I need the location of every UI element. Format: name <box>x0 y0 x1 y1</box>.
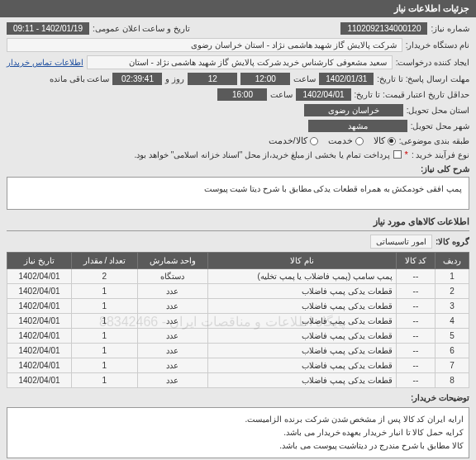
announce-label: تاریخ و ساعت اعلان عمومی: <box>93 24 190 33</box>
hour-label-2: ساعت <box>270 90 293 99</box>
cell-code: -- <box>396 358 435 373</box>
cell-unit: عدد <box>137 314 208 329</box>
cell-qty: 1 <box>72 373 138 388</box>
radio-service-label: خدمت <box>328 135 353 146</box>
validity-date: 1402/04/01 <box>296 88 350 101</box>
details-panel: شماره نیاز: 1102092134000120 تاریخ و ساع… <box>0 17 476 460</box>
days-value: 12 <box>188 73 237 85</box>
remain-time: 02:39:41 <box>112 73 162 85</box>
cell-row: 3 <box>436 299 469 314</box>
cell-code: -- <box>396 284 435 299</box>
th-date: تاریخ نیاز <box>7 253 72 269</box>
table-row: 8--قطعات یدکی پمپ فاضلابعدد11402/04/01 <box>7 373 469 388</box>
cell-date: 1402/04/01 <box>7 314 72 329</box>
items-table: ردیف کد کالا نام کالا واحد شمارش تعداد /… <box>7 252 469 388</box>
buyer-desc-line: کرایه حمل کالا تا انبار خریدار بعهده خری… <box>12 426 464 439</box>
required-star: * <box>405 149 408 159</box>
cell-qty: 1 <box>72 344 138 358</box>
th-name: نام کالا <box>208 253 397 269</box>
cell-qty: 1 <box>72 358 138 373</box>
cell-unit: عدد <box>137 284 208 299</box>
remain-label: ساعت باقی مانده <box>50 74 110 83</box>
cell-date: 1402/04/01 <box>7 358 72 373</box>
cell-unit: عدد <box>137 358 208 373</box>
th-unit: واحد شمارش <box>137 253 208 269</box>
table-row: 7--قطعات یدکی پمپ فاضلابعدد11402/04/01 <box>7 358 469 373</box>
province-label: استان محل تحویل: <box>407 106 469 115</box>
deadline-date: 1402/01/31 <box>319 73 374 85</box>
cell-date: 1402/04/01 <box>7 269 72 284</box>
cell-unit: عدد <box>137 344 208 358</box>
cell-unit: عدد <box>137 329 208 344</box>
buyer-desc-line: ارایه ایران کد کالا پس از مشخص شدن شرکت … <box>12 413 464 426</box>
cell-row: 7 <box>436 358 469 373</box>
radio-icon <box>310 137 318 145</box>
cell-code: -- <box>396 269 435 284</box>
hour-label-1: ساعت <box>293 74 316 83</box>
buyer-org-value: شرکت پالایش گاز شهید هاشمی نژاد - استان … <box>7 38 402 52</box>
th-code: کد کالا <box>396 253 435 269</box>
cell-date: 1402/04/01 <box>7 299 72 314</box>
city-label: شهر محل تحویل: <box>411 121 469 130</box>
cell-qty: 1 <box>72 284 138 299</box>
table-row: 5--قطعات یدکی پمپ فاضلابعدد11402/04/01 <box>7 329 469 344</box>
purchase-type-note: پرداخت تمام یا بخشی از مبلغ خرید،از محل … <box>134 150 389 159</box>
table-row: 4--قطعات یدکی پمپ فاضلابعدد11402/04/01 <box>7 314 469 329</box>
cell-date: 1402/04/01 <box>7 284 72 299</box>
header-title: جزئیات اطلاعات نیاز <box>394 3 469 13</box>
cell-unit: دستگاه <box>137 269 208 284</box>
category-label: طبقه بندی موضوعی: <box>399 136 469 145</box>
table-row: 2--قطعات یدکی پمپ فاضلابعدد11402/04/01 <box>7 284 469 299</box>
radio-service[interactable]: خدمت <box>328 135 364 146</box>
purchase-type-checkbox[interactable] <box>393 150 402 159</box>
category-radio-group: کالا خدمت کالا/خدمت <box>269 135 396 146</box>
cell-row: 4 <box>436 314 469 329</box>
need-no-label: شماره نیاز: <box>431 24 469 33</box>
cell-row: 1 <box>436 269 469 284</box>
cell-code: -- <box>396 314 435 329</box>
cell-row: 2 <box>436 284 469 299</box>
province-value: خراسان رضوی <box>304 104 403 116</box>
cell-date: 1402/04/01 <box>7 329 72 344</box>
cell-name: پمپ سامپ (پمپ فاضلاب یا پمپ تخلیه) <box>208 269 397 284</box>
radio-both-label: کالا/خدمت <box>269 135 307 146</box>
radio-icon <box>388 137 396 145</box>
items-section-title: اطلاعات کالاهای مورد نیاز <box>7 213 469 231</box>
cell-unit: عدد <box>137 373 208 388</box>
radio-both[interactable]: کالا/خدمت <box>269 135 318 146</box>
radio-icon <box>355 137 364 145</box>
cell-qty: 1 <box>72 314 138 329</box>
purchase-type-label: نوع فرآیند خرید : <box>412 150 469 159</box>
cell-qty: 1 <box>72 299 138 314</box>
requester-label: ایجاد کننده درخواست: <box>396 58 469 67</box>
buyer-desc-box: ارایه ایران کد کالا پس از مشخص شدن شرکت … <box>7 407 469 458</box>
contact-link[interactable]: اطلاعات تماس خریدار <box>7 58 83 67</box>
section-header: جزئیات اطلاعات نیاز <box>0 0 476 17</box>
summary-box: پمپ افقی خودمکش به همراه قطعات یدکی مطاب… <box>7 177 469 210</box>
table-row: 6--قطعات یدکی پمپ فاضلابعدد11402/04/01 <box>7 344 469 358</box>
validity-label: حداقل تاریخ اعتبار قیمت: تا تاریخ: <box>355 90 469 99</box>
table-row: 3--قطعات یدکی پمپ فاضلابعدد11402/04/01 <box>7 299 469 314</box>
summary-text: پمپ افقی خودمکش به همراه قطعات یدکی مطاب… <box>204 184 462 193</box>
cell-date: 1402/04/01 <box>7 373 72 388</box>
buyer-desc-line: کالا مطابق با شرح مندرج در دیتاشیت پیوست… <box>12 439 464 453</box>
cell-code: -- <box>396 299 435 314</box>
deadline-label: مهلت ارسال پاسخ: تا تاریخ: <box>377 74 469 83</box>
cell-unit: عدد <box>137 299 208 314</box>
summary-label: شرح کلی نیاز: <box>421 164 469 173</box>
cell-name: قطعات یدکی پمپ فاضلاب <box>208 358 397 373</box>
need-no-value: 1102092134000120 <box>340 22 427 35</box>
cell-row: 8 <box>436 373 469 388</box>
cell-code: -- <box>396 329 435 344</box>
validity-hour: 16:00 <box>217 88 267 101</box>
cell-qty: 2 <box>72 269 138 284</box>
cell-name: قطعات یدکی پمپ فاضلاب <box>208 299 397 314</box>
cell-code: -- <box>396 344 435 358</box>
th-row: ردیف <box>436 253 469 269</box>
deadline-hour: 12:00 <box>240 73 290 85</box>
cell-qty: 1 <box>72 329 138 344</box>
radio-goods[interactable]: کالا <box>374 135 396 146</box>
group-label: گروه کالا: <box>436 237 469 246</box>
city-value: مشهد <box>308 120 407 132</box>
requester-value: سعید مشعوفی کارشناس خرید شرکت پالایش گاز… <box>87 55 393 69</box>
